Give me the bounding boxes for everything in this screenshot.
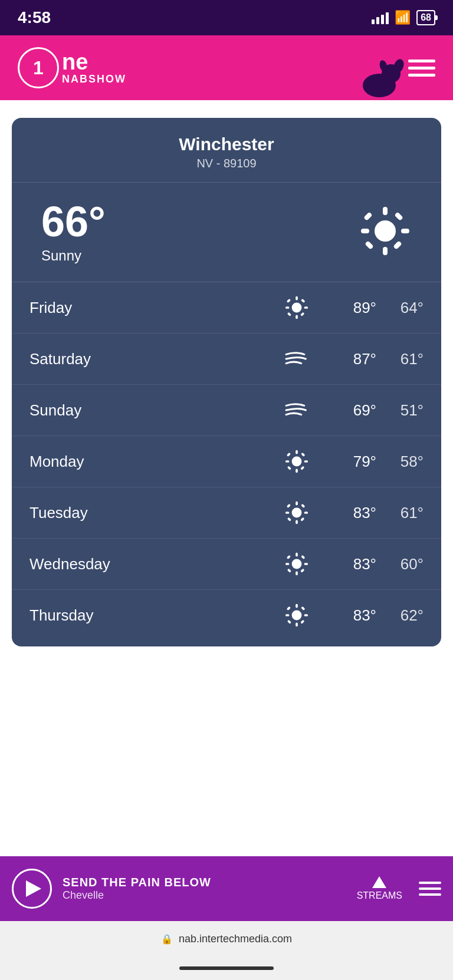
forecast-low: 61° bbox=[376, 350, 424, 368]
svg-rect-50 bbox=[296, 604, 298, 608]
svg-rect-21 bbox=[287, 312, 291, 316]
play-button[interactable] bbox=[12, 869, 52, 909]
forecast-row: Tuesday 83°61° bbox=[12, 487, 441, 539]
sun-icon bbox=[282, 295, 311, 320]
url-text: nab.intertechmedia.com bbox=[179, 933, 292, 945]
player-menu-line-3 bbox=[419, 893, 441, 896]
forecast-low: 58° bbox=[376, 453, 424, 471]
forecast-day: Monday bbox=[29, 453, 282, 471]
svg-rect-18 bbox=[287, 299, 291, 303]
forecast-row: Thursday 83°62° bbox=[12, 590, 441, 641]
svg-rect-42 bbox=[296, 572, 298, 576]
home-indicator bbox=[0, 956, 453, 980]
svg-rect-11 bbox=[394, 212, 403, 221]
svg-rect-51 bbox=[296, 623, 298, 627]
forecast-day: Tuesday bbox=[29, 504, 282, 522]
main-content: Winchester NV - 89109 66° Sunny bbox=[0, 100, 453, 856]
svg-rect-52 bbox=[285, 614, 290, 616]
svg-rect-53 bbox=[304, 614, 308, 616]
signal-icon bbox=[372, 11, 389, 24]
forecast-high: 83° bbox=[329, 606, 376, 625]
svg-rect-57 bbox=[287, 620, 291, 624]
play-icon bbox=[26, 880, 41, 897]
logo-text: ne NABSHOW bbox=[62, 51, 126, 85]
streams-icon bbox=[372, 876, 386, 888]
wind-icon bbox=[282, 398, 311, 423]
player-menu-button[interactable] bbox=[419, 882, 441, 896]
svg-rect-35 bbox=[304, 512, 308, 514]
player-artist: Chevelle bbox=[63, 889, 346, 902]
forecast-day: Friday bbox=[29, 299, 282, 317]
header-dog-icon bbox=[359, 53, 406, 100]
forecast-row: Wednesday 83°60° bbox=[12, 539, 441, 590]
streams-label: STREAMS bbox=[357, 890, 402, 901]
menu-button[interactable] bbox=[408, 60, 435, 77]
svg-rect-34 bbox=[285, 512, 290, 514]
svg-point-40 bbox=[292, 559, 302, 569]
svg-rect-27 bbox=[287, 453, 291, 457]
svg-rect-43 bbox=[285, 563, 290, 565]
player-bar: SEND THE PAIN BELOW Chevelle STREAMS bbox=[0, 856, 453, 921]
forecast-low: 61° bbox=[376, 504, 424, 522]
svg-rect-39 bbox=[287, 517, 291, 522]
svg-rect-54 bbox=[287, 606, 291, 611]
lock-icon: 🔒 bbox=[161, 933, 173, 945]
current-weather-sun-icon bbox=[359, 204, 412, 260]
app-header: 1 ne NABSHOW bbox=[0, 35, 453, 100]
weather-card: Winchester NV - 89109 66° Sunny bbox=[12, 118, 441, 646]
forecast-high: 69° bbox=[329, 401, 376, 420]
svg-rect-56 bbox=[301, 606, 305, 611]
forecast-high: 83° bbox=[329, 504, 376, 522]
logo-nabshow: NABSHOW bbox=[62, 73, 126, 85]
svg-rect-8 bbox=[401, 229, 409, 233]
svg-rect-12 bbox=[365, 240, 374, 250]
svg-point-4 bbox=[375, 220, 396, 242]
url-bar: 🔒 nab.intertechmedia.com bbox=[0, 921, 453, 956]
forecast-low: 62° bbox=[376, 606, 424, 625]
svg-rect-45 bbox=[287, 555, 291, 559]
forecast-day: Sunday bbox=[29, 401, 282, 420]
weather-header: Winchester NV - 89109 bbox=[12, 118, 441, 183]
forecast-low: 60° bbox=[376, 555, 424, 573]
sun-icon bbox=[282, 500, 311, 525]
forecast-high: 89° bbox=[329, 299, 376, 317]
forecast-list: Friday 89°64°Saturday 87°61°Sunday bbox=[12, 282, 441, 641]
forecast-high: 79° bbox=[329, 453, 376, 471]
svg-rect-6 bbox=[383, 247, 388, 255]
svg-rect-30 bbox=[287, 466, 291, 470]
svg-rect-48 bbox=[287, 569, 291, 573]
weather-city: Winchester bbox=[29, 134, 424, 154]
svg-rect-28 bbox=[300, 466, 304, 470]
weather-temp-container: 66° Sunny bbox=[41, 200, 106, 264]
svg-rect-14 bbox=[296, 296, 298, 301]
svg-rect-5 bbox=[383, 207, 388, 215]
forecast-row: Friday 89°64° bbox=[12, 282, 441, 334]
status-time: 4:58 bbox=[18, 8, 51, 27]
svg-rect-9 bbox=[363, 212, 373, 221]
svg-rect-55 bbox=[300, 620, 304, 624]
forecast-row: Sunday 69°51° bbox=[12, 385, 441, 436]
svg-rect-33 bbox=[296, 520, 298, 524]
svg-rect-25 bbox=[285, 460, 290, 463]
svg-rect-36 bbox=[287, 504, 291, 508]
forecast-high: 87° bbox=[329, 350, 376, 368]
svg-point-49 bbox=[292, 611, 302, 621]
svg-rect-15 bbox=[296, 315, 298, 319]
svg-rect-10 bbox=[393, 240, 402, 250]
status-icons: 📶 68 bbox=[372, 10, 435, 25]
svg-rect-37 bbox=[300, 517, 304, 522]
battery-icon: 68 bbox=[416, 10, 435, 25]
svg-rect-7 bbox=[361, 229, 369, 233]
forecast-day: Thursday bbox=[29, 606, 282, 625]
svg-rect-19 bbox=[300, 312, 304, 316]
hamburger-line-2 bbox=[408, 67, 435, 70]
forecast-row: Monday 79°58° bbox=[12, 436, 441, 487]
player-title: SEND THE PAIN BELOW bbox=[63, 876, 346, 889]
hamburger-line-3 bbox=[408, 74, 435, 77]
sun-icon bbox=[282, 449, 311, 474]
svg-rect-17 bbox=[304, 306, 308, 309]
weather-current: 66° Sunny bbox=[12, 183, 441, 282]
weather-condition: Sunny bbox=[41, 248, 106, 264]
streams-button[interactable]: STREAMS bbox=[357, 876, 402, 901]
player-menu-line-1 bbox=[419, 882, 441, 884]
